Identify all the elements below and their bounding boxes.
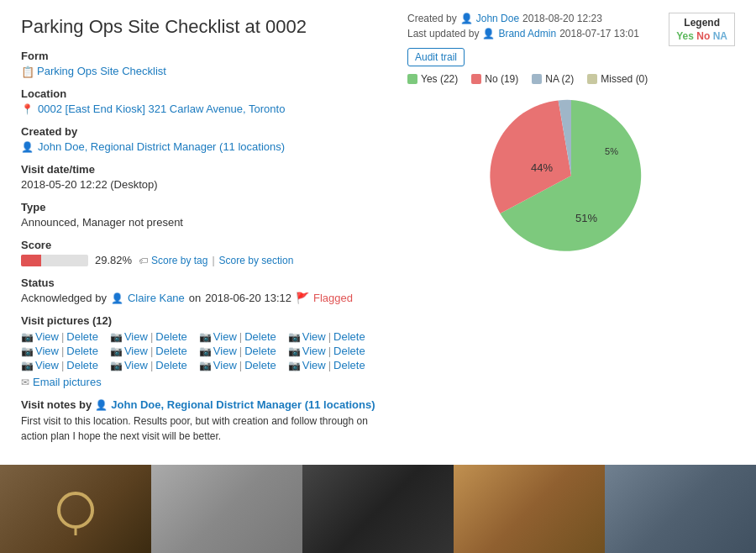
header-right: Created by 👤 John Doe 2018-08-20 12:23 L… [407,13,735,66]
updated-meta-row: Last updated by 👤 Brand Admin 2018-07-17… [407,28,639,40]
picture-item: 📷 View | Delete [110,330,187,343]
camera-icon: 📷 [288,360,301,371]
delete-link[interactable]: Delete [333,359,365,371]
delete-link[interactable]: Delete [244,359,276,371]
keys-image [50,485,101,535]
thumbnail-keys [0,465,151,553]
picture-item: 📷 View | Delete [288,359,365,371]
status-section: Status Acknowledged by 👤 Claire Kane on … [21,276,391,304]
camera-icon: 📷 [199,345,212,357]
na-legend-label: NA (2) [545,73,574,85]
location-link[interactable]: 0002 [East End Kiosk] 321 Carlaw Avenue,… [38,103,285,115]
pie-chart-container: 51% 44% 5% [407,92,735,260]
score-value: 29.82% [95,254,132,266]
type-section: Type Announced, Manager not present [21,201,391,229]
missed-dot [587,74,597,84]
updated-by-meta-icon: 👤 [482,28,495,40]
created-by-meta-link[interactable]: John Doe [476,13,519,24]
score-links: 🏷 Score by tag | Score by section [139,255,293,266]
user-icon: 👤 [21,141,34,153]
status-user-icon: 👤 [111,292,123,304]
status-on-text: on [189,292,201,304]
legend-item-yes: Yes (22) [407,73,458,85]
location-label: Location [21,87,391,100]
view-link[interactable]: View [124,359,148,371]
camera-icon: 📷 [110,360,123,371]
picture-item: 📷 View | Delete [21,330,98,343]
visit-notes-author-link[interactable]: John Doe, Regional District Manager (11 … [111,398,375,411]
created-by-section: Created by 👤 John Doe, Regional District… [21,125,391,153]
camera-icon: 📷 [21,345,34,357]
thumbnail-box [151,465,302,553]
updated-by-meta-link[interactable]: Brand Admin [498,28,556,40]
updated-by-meta-label: Last updated by [407,28,479,40]
view-link[interactable]: View [124,330,148,343]
picture-item: 📷 View | Delete [21,359,98,371]
score-bar-fill [21,255,41,266]
form-section: Form 📋 Parking Ops Site Checklist [21,50,391,77]
delete-link[interactable]: Delete [333,345,365,357]
delete-link[interactable]: Delete [155,359,187,371]
na-dot [532,74,542,84]
audit-trail-button[interactable]: Audit trail [407,48,465,66]
view-link[interactable]: View [35,345,59,357]
pictures-grid: 📷 View | Delete 📷 View | Delete [21,330,391,371]
picture-item: 📷 View | Delete [199,330,276,343]
score-bar-bg [21,255,88,266]
form-link[interactable]: Parking Ops Site Checklist [37,65,166,77]
location-value-row: 📍 0002 [East End Kiosk] 321 Carlaw Avenu… [21,103,391,115]
view-link[interactable]: View [213,359,237,371]
delete-link[interactable]: Delete [333,330,365,343]
view-link[interactable]: View [302,345,326,357]
camera-icon: 📷 [288,331,301,343]
score-section: Score 29.82% 🏷 Score by tag | Score by s… [21,239,391,266]
email-pictures-link[interactable]: Email pictures [33,376,102,388]
status-flagged: Flagged [313,292,353,304]
score-label: Score [21,239,391,251]
view-link[interactable]: View [302,359,326,371]
created-by-link[interactable]: John Doe, Regional District Manager (11 … [38,140,285,153]
visit-notes-section: Visit notes by 👤 John Doe, Regional Dist… [21,398,391,444]
score-by-section-link[interactable]: Score by section [219,255,294,266]
no-dot [471,74,481,84]
view-link[interactable]: View [213,345,237,357]
created-date-meta: 2018-08-20 12:23 [522,13,602,24]
created-by-meta-label: Created by [407,13,457,24]
status-line: Acknowledged by 👤 Claire Kane on 2018-06… [21,292,391,304]
picture-item: 📷 View | Delete [110,345,187,357]
delete-link[interactable]: Delete [244,330,276,343]
camera-icon: 📷 [110,331,123,343]
updated-date-meta: 2018-07-17 13:01 [559,28,639,40]
type-label: Type [21,201,391,213]
score-by-tag-link[interactable]: Score by tag [151,255,207,266]
view-link[interactable]: View [35,359,59,371]
no-pct-label: 44% [531,161,553,174]
delete-link[interactable]: Delete [66,345,98,357]
thumbnail-camera [302,465,454,553]
location-icon: 📍 [21,103,34,115]
flag-icon: 🚩 [296,292,309,304]
view-link[interactable]: View [124,345,148,357]
delete-link[interactable]: Delete [244,345,276,357]
yes-legend-label: Yes (22) [421,73,458,85]
audit-meta: Created by 👤 John Doe 2018-08-20 12:23 L… [407,13,639,66]
visit-datetime-value: 2018-05-20 12:22 (Desktop) [21,178,391,191]
pie-chart: 51% 44% 5% [487,92,655,260]
score-bar-container: 29.82% 🏷 Score by tag | Score by section [21,254,391,266]
chart-legend: Yes (22) No (19) NA (2) Missed (0) [407,73,735,85]
view-link[interactable]: View [35,330,59,343]
view-link[interactable]: View [213,330,237,343]
legend-yes: Yes [676,30,694,42]
top-section: Parking Ops Site Checklist at 0002 Form … [0,0,756,458]
delete-link[interactable]: Delete [155,345,187,357]
delete-link[interactable]: Delete [66,330,98,343]
delete-link[interactable]: Delete [66,359,98,371]
delete-link[interactable]: Delete [155,330,187,343]
camera-icon: 📷 [288,345,301,357]
visit-datetime-label: Visit date/time [21,163,391,176]
thumbnail-car [605,465,756,553]
view-link[interactable]: View [302,330,326,343]
status-user-link[interactable]: Claire Kane [128,292,185,304]
pictures-row-2: 📷 View | Delete 📷 View | Delete [21,345,391,357]
no-legend-label: No (19) [485,73,518,85]
